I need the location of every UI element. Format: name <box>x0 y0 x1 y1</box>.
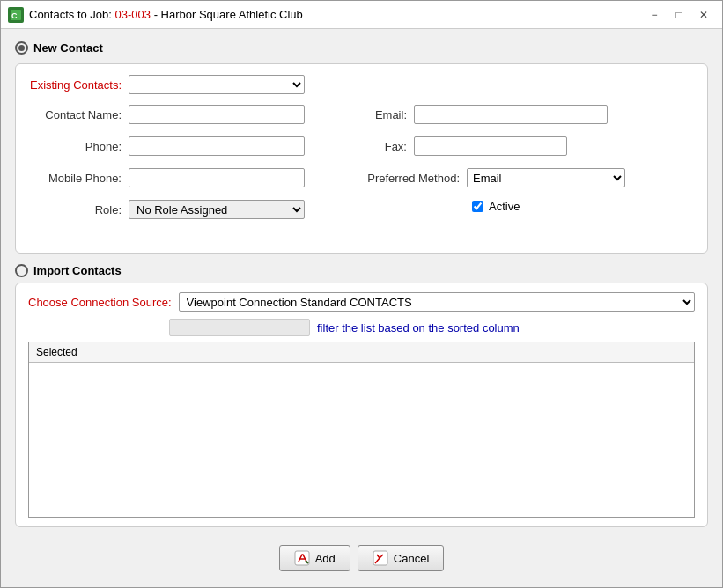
cancel-icon <box>373 550 388 566</box>
preferred-method-dropdown[interactable]: Email Phone Fax <box>467 168 625 187</box>
preferred-method-row: Preferred Method: Email Phone Fax <box>358 168 625 187</box>
phone-label: Phone: <box>37 140 125 153</box>
fax-row: Fax: <box>358 136 625 156</box>
add-button[interactable]: Add <box>279 545 350 571</box>
add-icon <box>294 550 310 566</box>
cancel-button[interactable]: Cancel <box>358 545 444 571</box>
new-contact-radio-header[interactable]: New Contact <box>15 41 708 55</box>
connection-source-label: Choose Connection Source: <box>28 296 172 309</box>
phone-input[interactable] <box>129 136 305 156</box>
active-checkbox[interactable] <box>472 201 483 212</box>
fax-input[interactable] <box>414 136 567 156</box>
main-content: New Contact Existing Contacts: Contact N… <box>1 29 722 587</box>
maximize-button[interactable]: □ <box>668 5 690 25</box>
import-contacts-label: Import Contacts <box>33 264 122 277</box>
preferred-method-label: Preferred Method: <box>358 172 463 185</box>
cancel-button-label: Cancel <box>394 552 429 565</box>
import-radio-header[interactable]: Import Contacts <box>15 264 708 277</box>
selected-column-header[interactable]: Selected <box>29 342 85 362</box>
window-controls: − □ ✕ <box>643 5 715 25</box>
filter-input[interactable] <box>169 319 310 336</box>
import-contacts-box: Choose Connection Source: Viewpoint Conn… <box>15 283 708 527</box>
contacts-table: Selected <box>28 342 695 518</box>
import-contacts-section: Import Contacts Choose Connection Source… <box>15 264 708 527</box>
window-title: Contacts to Job: 03-003 - Harbor Square … <box>29 8 638 21</box>
main-window: C Contacts to Job: 03-003 - Harbor Squar… <box>0 0 723 588</box>
fax-label: Fax: <box>358 140 410 153</box>
table-header: Selected <box>29 342 694 363</box>
mobile-phone-input[interactable] <box>129 168 305 187</box>
email-input[interactable] <box>414 105 608 124</box>
role-dropdown[interactable]: No Role Assigned <box>129 200 305 219</box>
contact-name-row: Contact Name: <box>37 105 305 124</box>
title-bar: C Contacts to Job: 03-003 - Harbor Squar… <box>1 1 722 29</box>
svg-text:C: C <box>11 11 18 20</box>
contact-name-label: Contact Name: <box>37 108 125 121</box>
add-button-label: Add <box>315 552 336 565</box>
filter-hint: filter the list based on the sorted colu… <box>317 321 520 334</box>
active-label: Active <box>489 200 520 213</box>
existing-contacts-label: Existing Contacts: <box>30 78 122 92</box>
new-contact-section: New Contact Existing Contacts: Contact N… <box>15 41 708 254</box>
connection-source-dropdown[interactable]: Viewpoint Connection Standard CONTACTS <box>179 292 695 312</box>
active-row: Active <box>358 200 625 213</box>
new-contact-box: Existing Contacts: Contact Name: <box>15 63 708 254</box>
email-row: Email: <box>358 105 625 124</box>
minimize-button[interactable]: − <box>643 5 666 25</box>
contact-name-input[interactable] <box>129 105 305 124</box>
new-contact-label: New Contact <box>33 41 103 55</box>
existing-contacts-dropdown[interactable] <box>129 75 305 94</box>
existing-contacts-row: Existing Contacts: <box>30 75 693 94</box>
filter-row: filter the list based on the sorted colu… <box>169 319 695 336</box>
new-contact-radio[interactable] <box>15 41 28 55</box>
email-label: Email: <box>358 108 410 121</box>
button-row: Add Cancel <box>15 538 708 575</box>
app-icon: C <box>8 7 24 23</box>
connection-source-row: Choose Connection Source: Viewpoint Conn… <box>28 292 695 312</box>
role-row: Role: No Role Assigned <box>37 200 305 219</box>
mobile-phone-label: Mobile Phone: <box>37 172 125 185</box>
table-body <box>29 363 694 517</box>
import-contacts-radio[interactable] <box>15 264 28 277</box>
phone-row: Phone: <box>37 136 305 156</box>
close-button[interactable]: ✕ <box>692 5 715 25</box>
mobile-phone-row: Mobile Phone: <box>37 168 305 187</box>
role-label: Role: <box>37 203 125 217</box>
